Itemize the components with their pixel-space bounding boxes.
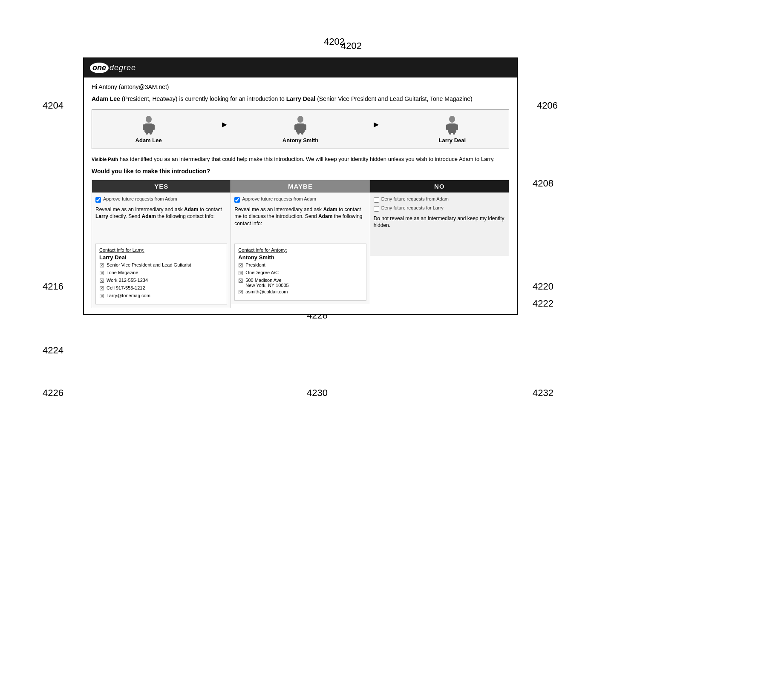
maybe-contact-section: Contact info for Antony: Antony Smith ☒ … [234, 244, 366, 301]
header-bar: one degree [84, 58, 517, 77]
no-column: NO Deny future requests from Adam Deny f… [370, 180, 509, 308]
svg-point-6 [297, 116, 303, 123]
maybe-item-2-text: OneDegree A/C [245, 270, 279, 275]
maybe-check-icon-3: ☒ [238, 278, 243, 284]
yes-column: YES Approve future requests from Adam Re… [92, 180, 231, 308]
maybe-contact-item-3: ☒ 500 Madison AveNew York, NY 10005 [238, 278, 362, 288]
svg-rect-4 [146, 131, 148, 135]
logo-one: one [90, 63, 109, 73]
ref-4202-label: 4202 [341, 40, 362, 52]
no-deny-larry-row[interactable]: Deny future requests for Larry [374, 205, 505, 212]
maybe-approve-label: Approve future requests from Adam [242, 196, 316, 201]
no-deny-adam-label: Deny future requests from Adam [381, 196, 449, 201]
no-deny-adam-checkbox[interactable] [374, 197, 379, 203]
content-area: Hi Antony (antony@3AM.net) Adam Lee (Pre… [84, 77, 517, 314]
svg-rect-2 [143, 124, 145, 130]
maybe-check-icon-2: ☒ [238, 270, 243, 276]
yes-contact-label: Contact info for Larry: [99, 247, 223, 252]
yes-contact-section: Contact info for Larry: Larry Deal ☒ Sen… [95, 244, 227, 304]
antony-name: Antony Smith [282, 137, 319, 143]
svg-rect-11 [301, 131, 303, 135]
chain-person-antony: Antony Smith [273, 115, 328, 143]
maybe-column: MAYBE Approve future requests from Adam … [231, 180, 370, 308]
no-body: Deny future requests from Adam Deny futu… [370, 193, 509, 256]
larry-icon [444, 115, 460, 135]
no-header[interactable]: NO [370, 180, 509, 193]
maybe-reveal-text: Reveal me as an intermediary and ask Ada… [234, 206, 366, 240]
svg-rect-13 [448, 123, 456, 133]
no-reveal-text: Do not reveal me as an intermediary and … [374, 215, 505, 249]
maybe-item-3-text: 500 Madison AveNew York, NY 10005 [245, 278, 288, 288]
chain-person-larry: Larry Deal [424, 115, 480, 143]
visible-path-paragraph: Visible Path has identified you as an in… [92, 155, 509, 164]
svg-point-0 [146, 116, 152, 123]
check-icon-3: ☒ [99, 278, 104, 284]
maybe-approve-row[interactable]: Approve future requests from Adam [234, 196, 366, 203]
yes-body: Approve future requests from Adam Reveal… [92, 193, 231, 308]
svg-rect-8 [294, 124, 297, 130]
maybe-header[interactable]: MAYBE [231, 180, 369, 193]
page-wrapper: 4202 4204 4206 4208a 4208b 4208c 4208 42… [17, 17, 741, 700]
check-icon-5: ☒ [99, 293, 104, 299]
label-4220: 4220 [533, 281, 553, 292]
label-4226: 4226 [43, 387, 63, 399]
yes-contact-item-1: ☒ Senior Vice President and Lead Guitari… [99, 262, 223, 269]
intro-part2: (President, Heatway) is currently lookin… [122, 95, 286, 102]
svg-rect-14 [446, 124, 449, 130]
yes-approve-label: Approve future requests from Adam [103, 196, 177, 201]
svg-rect-9 [304, 124, 306, 130]
antony-icon [293, 115, 308, 135]
svg-rect-15 [455, 124, 458, 130]
label-4232: 4232 [533, 387, 553, 399]
maybe-contact-item-2: ☒ OneDegree A/C [238, 270, 362, 276]
no-deny-larry-checkbox[interactable] [374, 206, 379, 212]
arrow-2: ► [372, 120, 380, 129]
yes-approve-row[interactable]: Approve future requests from Adam [95, 196, 227, 203]
visible-path-body: has identified you as an intermediary th… [120, 156, 495, 162]
yes-contact-item-3: ☒ Work 212-555-1234 [99, 278, 223, 284]
yes-item-5-text: Larry@tonemag.com [107, 293, 150, 298]
arrow-1: ► [220, 120, 229, 129]
yes-contact-item-5: ☒ Larry@tonemag.com [99, 293, 223, 299]
yes-item-4-text: Cell 917-555-1212 [107, 285, 145, 290]
no-deny-adam-row[interactable]: Deny future requests from Adam [374, 196, 505, 203]
maybe-contact-name: Antony Smith [238, 254, 362, 261]
check-icon-1: ☒ [99, 262, 104, 269]
yes-item-2-text: Tone Magazine [107, 270, 138, 275]
yes-contact-item-4: ☒ Cell 917-555-1212 [99, 285, 223, 292]
label-4224: 4224 [43, 345, 63, 356]
no-deny-larry-label: Deny future requests for Larry [381, 205, 444, 210]
larry-deal-name: Larry Deal [286, 95, 315, 102]
visible-path-label: Visible Path [92, 157, 118, 162]
question-text: Would you like to make this introduction… [92, 168, 509, 175]
svg-rect-1 [144, 123, 153, 133]
yes-contact-name: Larry Deal [99, 254, 223, 261]
svg-rect-16 [449, 131, 451, 135]
maybe-check-icon-1: ☒ [238, 262, 243, 269]
maybe-item-1-text: President [245, 262, 265, 267]
adam-icon [141, 115, 156, 135]
ui-window: one degree Hi Antony (antony@3AM.net) Ad… [83, 57, 518, 315]
adam-lee-name: Adam Lee [92, 95, 120, 102]
label-4230: 4230 [307, 387, 328, 399]
label-4208: 4208 [533, 178, 553, 189]
logo-degree: degree [110, 63, 136, 72]
label-4206: 4206 [537, 100, 558, 111]
label-4204: 4204 [43, 100, 63, 111]
columns-wrapper: YES Approve future requests from Adam Re… [92, 180, 509, 308]
yes-header[interactable]: YES [92, 180, 231, 193]
yes-contact-item-2: ☒ Tone Magazine [99, 270, 223, 276]
adam-name: Adam Lee [135, 137, 162, 143]
svg-rect-10 [297, 131, 300, 135]
chain-person-adam: Adam Lee [121, 115, 176, 143]
greeting-text: Hi Antony (antony@3AM.net) [92, 83, 509, 90]
svg-rect-3 [152, 124, 155, 130]
maybe-contact-item-4: ☒ asmith@coldair.com [238, 289, 362, 295]
svg-rect-7 [296, 123, 305, 133]
check-icon-4: ☒ [99, 285, 104, 292]
maybe-check-icon-4: ☒ [238, 289, 243, 295]
check-icon-2: ☒ [99, 270, 104, 276]
maybe-contact-item-1: ☒ President [238, 262, 362, 269]
maybe-approve-checkbox[interactable] [234, 197, 240, 203]
yes-approve-checkbox[interactable] [95, 197, 101, 203]
